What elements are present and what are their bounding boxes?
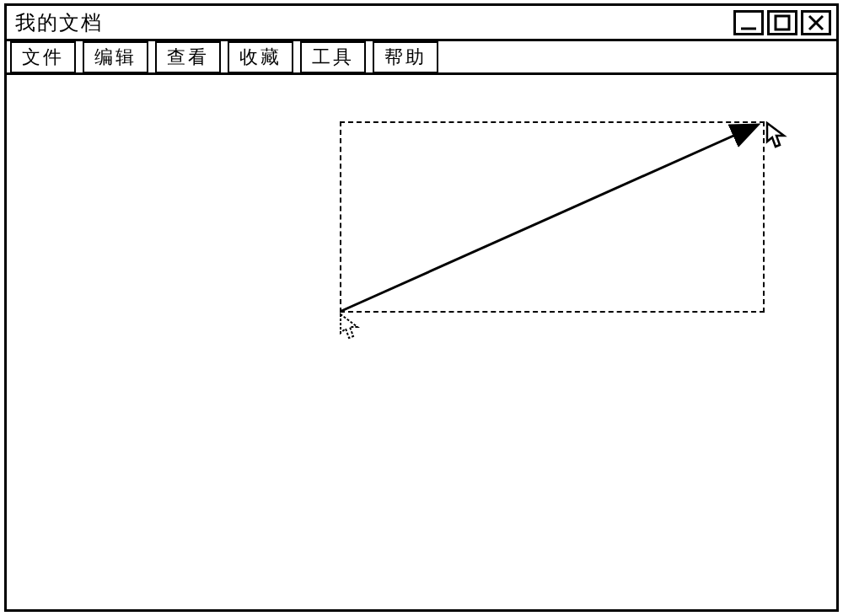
menu-favorites[interactable]: 收藏 xyxy=(228,41,293,73)
menu-edit[interactable]: 编辑 xyxy=(83,41,148,73)
content-area[interactable] xyxy=(7,75,836,609)
maximize-icon xyxy=(773,13,792,32)
menu-file[interactable]: 文件 xyxy=(10,41,76,73)
menu-view[interactable]: 查看 xyxy=(155,41,221,73)
app-window: 我的文档 文件 编辑 查看 收藏 工具 xyxy=(4,3,839,612)
minimize-button[interactable] xyxy=(733,10,764,35)
menu-help[interactable]: 帮助 xyxy=(373,41,438,73)
window-controls xyxy=(733,10,831,35)
menubar: 文件 编辑 查看 收藏 工具 帮助 xyxy=(7,41,836,75)
minimize-icon xyxy=(739,13,758,32)
cursor-start-icon xyxy=(339,313,361,345)
close-icon xyxy=(807,13,825,32)
maximize-button[interactable] xyxy=(767,10,797,35)
titlebar: 我的文档 xyxy=(7,6,836,41)
window-title: 我的文档 xyxy=(15,9,103,36)
selection-rectangle xyxy=(340,121,765,313)
menu-tools[interactable]: 工具 xyxy=(300,41,366,73)
cursor-end-icon xyxy=(765,121,787,153)
close-button[interactable] xyxy=(801,10,831,35)
svg-rect-1 xyxy=(776,16,789,29)
